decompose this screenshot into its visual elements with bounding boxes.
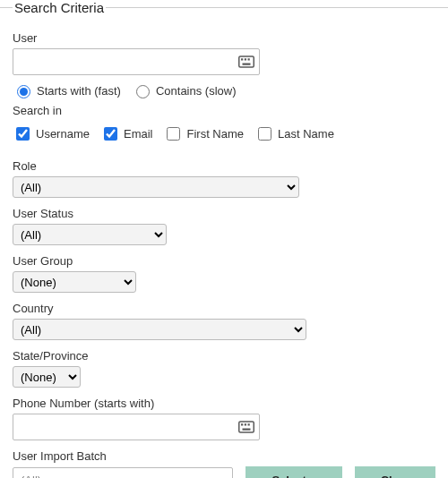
- phone-field: Phone Number (starts with): [13, 397, 435, 440]
- status-select[interactable]: (All): [13, 224, 167, 245]
- role-field: Role (All): [13, 159, 435, 198]
- state-select[interactable]: (None): [13, 366, 81, 388]
- match-starts-option[interactable]: Starts with (fast): [13, 82, 121, 98]
- phone-input-wrap: [13, 414, 260, 440]
- user-input[interactable]: [13, 48, 260, 75]
- batch-field: User Import Batch Select... Clear: [13, 449, 435, 478]
- state-label: State/Province: [13, 349, 435, 363]
- group-select[interactable]: (None): [13, 271, 136, 293]
- chk-firstname-label: First Name: [186, 127, 244, 141]
- chk-firstname[interactable]: [167, 127, 180, 141]
- chk-email-wrap[interactable]: Email: [100, 124, 153, 143]
- chk-username-wrap[interactable]: Username: [13, 124, 90, 143]
- svg-rect-5: [239, 422, 254, 432]
- role-label: Role: [13, 159, 435, 173]
- search-criteria-panel: Search Criteria User Starts with (fast): [0, 0, 448, 478]
- chk-email-label: Email: [124, 127, 153, 141]
- search-in-field: Search in Username Email First Name Last…: [13, 104, 435, 143]
- keyboard-icon: [238, 419, 254, 435]
- user-field: User Starts with (fast) Contains (sl: [13, 31, 435, 98]
- country-label: Country: [13, 302, 435, 315]
- svg-rect-4: [243, 64, 251, 65]
- user-input-wrap: [13, 48, 260, 75]
- country-field: Country (All): [13, 302, 435, 340]
- svg-rect-9: [243, 429, 251, 431]
- chk-lastname-wrap[interactable]: Last Name: [254, 124, 334, 143]
- phone-input[interactable]: [13, 414, 260, 440]
- chk-lastname-label: Last Name: [278, 127, 334, 141]
- country-select[interactable]: (All): [13, 319, 306, 340]
- svg-rect-0: [239, 56, 254, 67]
- user-label: User: [13, 31, 435, 45]
- status-field: User Status (All): [13, 207, 435, 245]
- chk-firstname-wrap[interactable]: First Name: [163, 124, 244, 143]
- chk-email[interactable]: [104, 127, 117, 141]
- batch-row: Select... Clear: [13, 466, 435, 478]
- match-contains-label: Contains (slow): [156, 84, 237, 98]
- group-field: User Group (None): [13, 254, 435, 293]
- search-in-label: Search in: [13, 104, 435, 117]
- match-mode-group: Starts with (fast) Contains (slow): [13, 82, 435, 98]
- state-field: State/Province (None): [13, 349, 435, 388]
- svg-rect-3: [248, 58, 250, 60]
- batch-input[interactable]: [13, 467, 233, 479]
- chk-username-label: Username: [36, 127, 90, 141]
- svg-rect-1: [241, 58, 243, 60]
- group-label: User Group: [13, 254, 435, 268]
- keyboard-icon: [238, 54, 254, 70]
- svg-rect-8: [248, 423, 250, 425]
- match-starts-radio[interactable]: [17, 85, 30, 98]
- match-contains-option[interactable]: Contains (slow): [132, 82, 237, 98]
- status-label: User Status: [13, 207, 435, 220]
- svg-rect-2: [245, 58, 246, 60]
- match-contains-radio[interactable]: [136, 85, 150, 98]
- chk-lastname[interactable]: [258, 127, 271, 141]
- panel-legend: Search Criteria: [13, 0, 106, 15]
- batch-input-wrap: [13, 467, 233, 479]
- match-starts-label: Starts with (fast): [37, 84, 121, 98]
- svg-rect-6: [241, 423, 243, 425]
- svg-rect-7: [245, 423, 246, 425]
- search-in-options: Username Email First Name Last Name: [13, 124, 435, 143]
- phone-label: Phone Number (starts with): [13, 397, 435, 410]
- select-button[interactable]: Select...: [246, 466, 342, 478]
- clear-button[interactable]: Clear: [355, 466, 435, 478]
- chk-username[interactable]: [16, 127, 30, 141]
- batch-label: User Import Batch: [13, 449, 435, 463]
- role-select[interactable]: (All): [13, 176, 299, 198]
